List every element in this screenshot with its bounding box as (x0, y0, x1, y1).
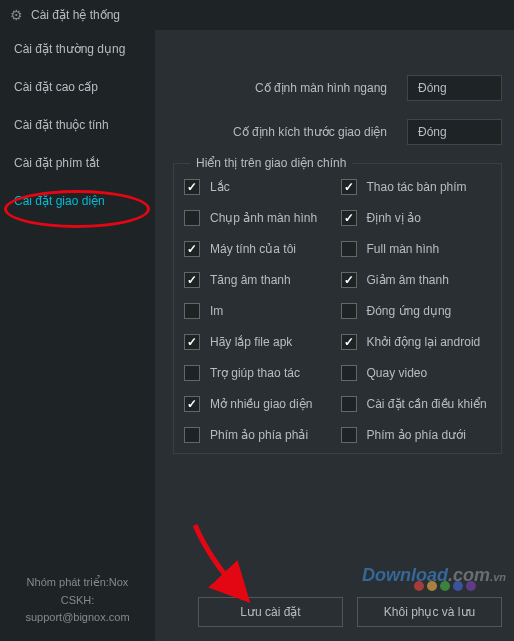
sidebar-item-shortcuts[interactable]: Cài đặt phím tắt (0, 144, 155, 182)
check-item-14: Mở nhiều giao diện (184, 396, 335, 412)
sidebar: Cài đặt thường dụng Cài đặt cao cấp Cài … (0, 30, 155, 641)
checkbox[interactable] (184, 365, 200, 381)
checkbox-label: Trợ giúp thao tác (210, 366, 300, 380)
checkbox-label: Giảm âm thanh (367, 273, 449, 287)
label-fixed-size: Cố định kích thước giao diện (173, 125, 407, 139)
content-panel: Cố định màn hình ngang Đóng Cố định kích… (155, 30, 514, 641)
checkbox-label: Quay video (367, 366, 428, 380)
checkbox-label: Đóng ứng dụng (367, 304, 452, 318)
check-item-0: Lắc (184, 179, 335, 195)
check-item-17: Phím ảo phía dưới (341, 427, 492, 443)
checkbox[interactable] (341, 396, 357, 412)
check-item-13: Quay video (341, 365, 492, 381)
checkbox-label: Khởi động lại android (367, 335, 481, 349)
checkbox-label: Cài đặt cần điều khiển (367, 397, 487, 411)
checkbox[interactable] (341, 427, 357, 443)
sidebar-footer: Nhóm phát triển:Nox CSKH: support@bignox… (0, 564, 155, 641)
fieldset-legend: Hiển thị trên giao diện chính (190, 156, 352, 170)
check-item-15: Cài đặt cần điều khiển (341, 396, 492, 412)
checkbox[interactable] (184, 241, 200, 257)
checkbox-label: Định vị ảo (367, 211, 421, 225)
checkbox[interactable] (341, 303, 357, 319)
check-item-1: Thao tác bàn phím (341, 179, 492, 195)
checkbox-label: Full màn hình (367, 242, 440, 256)
checkbox[interactable] (184, 210, 200, 226)
window-title: Cài đặt hệ thống (31, 8, 120, 22)
sidebar-item-general[interactable]: Cài đặt thường dụng (0, 30, 155, 68)
check-item-12: Trợ giúp thao tác (184, 365, 335, 381)
checkbox-label: Phím ảo phía phải (210, 428, 308, 442)
checkbox-label: Hãy lắp file apk (210, 335, 292, 349)
select-fixed-horizontal[interactable]: Đóng (407, 75, 502, 101)
checkbox-label: Phím ảo phía dưới (367, 428, 466, 442)
checkbox[interactable] (184, 427, 200, 443)
checkbox-label: Mở nhiều giao diện (210, 397, 312, 411)
checkbox[interactable] (341, 334, 357, 350)
checkbox-label: Lắc (210, 180, 230, 194)
watermark-dots (414, 581, 476, 591)
checkbox[interactable] (184, 396, 200, 412)
check-item-5: Full màn hình (341, 241, 492, 257)
check-item-9: Đóng ứng dụng (341, 303, 492, 319)
checkbox[interactable] (341, 179, 357, 195)
checkbox-label: Máy tính của tôi (210, 242, 296, 256)
label-fixed-horizontal: Cố định màn hình ngang (173, 81, 407, 95)
save-button[interactable]: Lưu cài đặt (198, 597, 343, 627)
checkbox-label: Thao tác bàn phím (367, 180, 467, 194)
checkbox[interactable] (341, 272, 357, 288)
sidebar-item-interface[interactable]: Cài đặt giao diện (0, 182, 155, 220)
check-item-10: Hãy lắp file apk (184, 334, 335, 350)
select-fixed-size[interactable]: Đóng (407, 119, 502, 145)
check-item-8: Im (184, 303, 335, 319)
checkbox-label: Tăng âm thanh (210, 273, 291, 287)
check-item-3: Định vị ảo (341, 210, 492, 226)
sidebar-item-advanced[interactable]: Cài đặt cao cấp (0, 68, 155, 106)
checkbox[interactable] (184, 303, 200, 319)
checkbox[interactable] (184, 272, 200, 288)
check-item-2: Chụp ảnh màn hình (184, 210, 335, 226)
checkbox[interactable] (184, 179, 200, 195)
checkbox[interactable] (341, 365, 357, 381)
checkbox[interactable] (341, 210, 357, 226)
gear-icon: ⚙ (10, 7, 23, 23)
check-item-7: Giảm âm thanh (341, 272, 492, 288)
checkbox[interactable] (184, 334, 200, 350)
check-item-6: Tăng âm thanh (184, 272, 335, 288)
check-item-11: Khởi động lại android (341, 334, 492, 350)
sidebar-item-properties[interactable]: Cài đặt thuộc tính (0, 106, 155, 144)
check-item-16: Phím ảo phía phải (184, 427, 335, 443)
check-item-4: Máy tính của tôi (184, 241, 335, 257)
checkbox[interactable] (341, 241, 357, 257)
restore-button[interactable]: Khôi phục và lưu (357, 597, 502, 627)
checkbox-label: Chụp ảnh màn hình (210, 211, 317, 225)
checkbox-label: Im (210, 304, 223, 318)
titlebar: ⚙ Cài đặt hệ thống (0, 0, 514, 30)
fieldset-display: Hiển thị trên giao diện chính LắcThao tá… (173, 163, 502, 454)
